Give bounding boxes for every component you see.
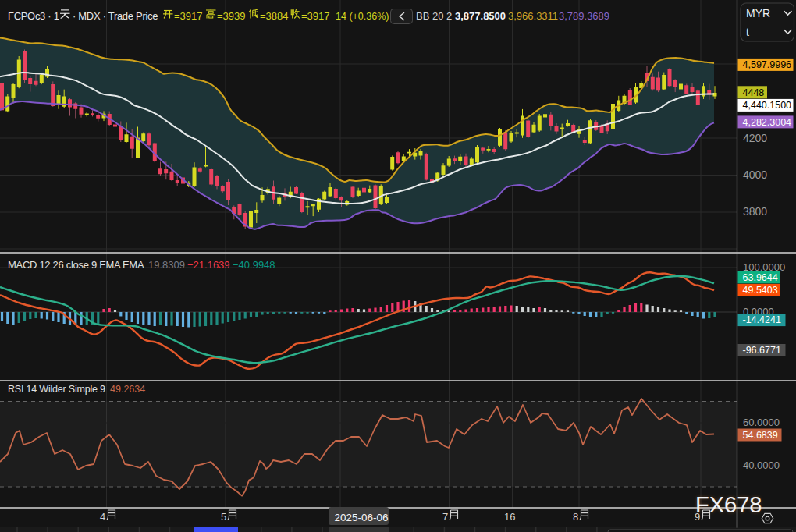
svg-text:3,877.8500: 3,877.8500	[455, 10, 506, 22]
svg-text:49.5403: 49.5403	[743, 285, 778, 296]
svg-text:100.0000: 100.0000	[743, 261, 785, 273]
svg-text:· MDX · Trade Price: · MDX · Trade Price	[73, 10, 158, 22]
svg-text:63.9644: 63.9644	[743, 272, 778, 283]
svg-text:7: 7	[442, 511, 448, 523]
svg-text:t: t	[746, 26, 749, 38]
svg-text:4448: 4448	[743, 87, 765, 98]
svg-text:5: 5	[221, 511, 226, 523]
svg-text:=3917: =3917	[174, 10, 203, 22]
svg-text:4,597.9996: 4,597.9996	[743, 59, 792, 70]
svg-text:MACD 12 26 close 9 EMA EMA: MACD 12 26 close 9 EMA EMA	[8, 259, 144, 271]
svg-text:4000: 4000	[743, 168, 767, 181]
svg-text:40.0000: 40.0000	[743, 459, 780, 471]
svg-text:2025-06-06: 2025-06-06	[335, 512, 389, 523]
svg-text:3,966.3311: 3,966.3311	[508, 10, 558, 22]
svg-text:RSI 14 Wilder Simple 9: RSI 14 Wilder Simple 9	[8, 384, 105, 395]
svg-text:=3884: =3884	[260, 10, 289, 22]
svg-text:=3917: =3917	[301, 10, 330, 22]
svg-text:4,282.3004: 4,282.3004	[743, 117, 792, 128]
svg-text:-96.6771: -96.6771	[743, 345, 781, 356]
svg-text:19.8309: 19.8309	[148, 259, 185, 271]
svg-text:49.2634: 49.2634	[110, 384, 145, 395]
svg-text:4: 4	[100, 511, 105, 523]
svg-text:54.6839: 54.6839	[743, 430, 778, 441]
svg-text:60.0000: 60.0000	[743, 417, 780, 428]
svg-text:14 (+0.36%): 14 (+0.36%)	[336, 11, 389, 22]
svg-text:−40.9948: −40.9948	[233, 259, 275, 271]
svg-text:FX678: FX678	[695, 492, 762, 517]
svg-text:=3939: =3939	[217, 10, 246, 22]
svg-text:3800: 3800	[743, 205, 767, 218]
svg-text:4,440.1500: 4,440.1500	[743, 100, 792, 111]
svg-text:MYR: MYR	[746, 7, 770, 20]
svg-text:4200: 4200	[743, 132, 767, 144]
svg-text:16: 16	[504, 511, 515, 523]
svg-text:−21.1639: −21.1639	[187, 259, 230, 271]
svg-text:FCPOc3 · 1: FCPOc3 · 1	[8, 10, 59, 22]
svg-text:BB 20 2: BB 20 2	[416, 10, 452, 22]
svg-text:8: 8	[573, 511, 578, 523]
svg-text:-14.4241: -14.4241	[743, 314, 781, 325]
svg-text:3,789.3689: 3,789.3689	[559, 10, 609, 22]
